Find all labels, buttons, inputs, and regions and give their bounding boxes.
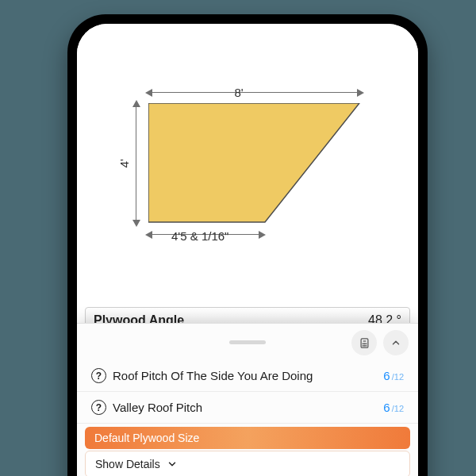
svg-point-7 — [364, 345, 365, 346]
row-value: 6/12 — [383, 401, 404, 414]
dim-left: 4' — [117, 159, 131, 167]
dim-top: 8' — [120, 86, 358, 99]
help-icon[interactable]: ? — [91, 400, 106, 415]
drag-handle[interactable] — [229, 340, 266, 344]
row-label: Roof Pitch Of The Side You Are Doing — [113, 369, 313, 382]
help-icon[interactable]: ? — [91, 368, 106, 383]
diagram-area: 8' 4' 4'5 & 1/16" — [77, 24, 418, 298]
screen: 8' 4' 4'5 & 1/16" — [77, 24, 418, 476]
row-label: Valley Roof Pitch — [113, 401, 202, 414]
svg-marker-0 — [148, 103, 359, 222]
sheet-handle-row[interactable] — [77, 324, 418, 360]
dim-top-label: 8' — [229, 86, 248, 99]
phone-frame: 8' 4' 4'5 & 1/16" — [67, 14, 428, 476]
row-value: 6/12 — [383, 369, 404, 382]
section-title: Default Plywood Size — [94, 432, 199, 444]
row-roof-pitch[interactable]: ? Roof Pitch Of The Side You Are Doing 6… — [77, 360, 418, 392]
calculator-button[interactable] — [351, 330, 377, 355]
dim-bottom: 4'5 & 1/16" — [171, 229, 228, 243]
show-details-button[interactable]: Show Details — [85, 451, 410, 476]
row-valley-pitch[interactable]: ? Valley Roof Pitch 6/12 — [77, 392, 418, 424]
dim-left-label: 4' — [117, 159, 131, 167]
show-details-label: Show Details — [95, 458, 160, 470]
calculator-icon — [359, 337, 370, 349]
chevron-up-icon — [390, 337, 401, 348]
section-default-plywood-size: Default Plywood Size — [85, 427, 410, 449]
svg-point-6 — [363, 345, 363, 346]
svg-point-3 — [363, 343, 363, 344]
shape: 8' 4' 4'5 & 1/16" — [120, 89, 358, 238]
svg-point-4 — [364, 343, 365, 344]
svg-point-5 — [366, 343, 367, 344]
svg-point-8 — [366, 345, 367, 346]
dim-bottom-label: 4'5 & 1/16" — [171, 229, 228, 243]
chevron-down-icon — [167, 459, 178, 470]
trapezoid-svg — [148, 103, 361, 224]
input-sheet: ? Roof Pitch Of The Side You Are Doing 6… — [77, 323, 418, 476]
collapse-button[interactable] — [383, 330, 409, 355]
